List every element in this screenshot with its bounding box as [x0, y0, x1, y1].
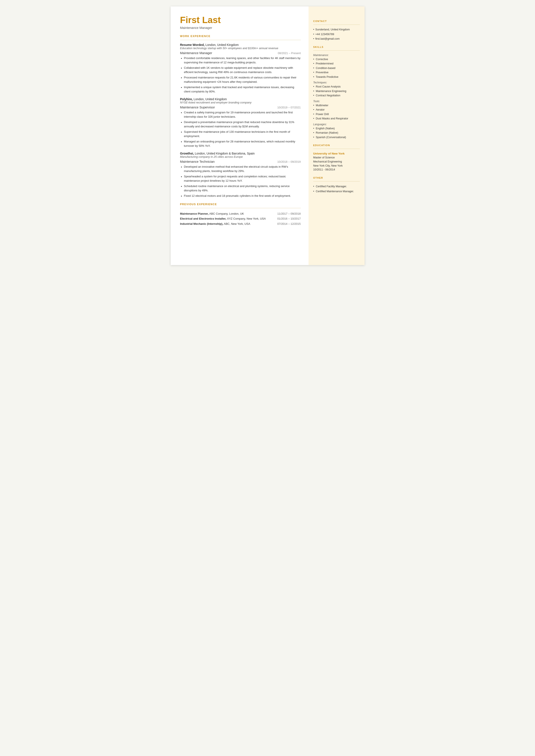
- company-desc-3: Manufacturing company in 25 cities acros…: [180, 155, 301, 158]
- candidate-name: First Last: [180, 15, 301, 25]
- company-desc-2: NYSE-listed recruitment and employer bra…: [180, 101, 301, 104]
- skill-spanish: Spanish (Conversational): [313, 136, 360, 139]
- contact-heading: CONTACT: [313, 20, 360, 22]
- skill-aerator: Aerator: [313, 108, 360, 112]
- skill-towards-predictive: Towards Predictive: [313, 75, 360, 79]
- prev-job-row-2: Electrical and Electronics Installer, XY…: [180, 216, 301, 221]
- edu-degree: Master of Science: [313, 155, 360, 160]
- edu-school: University of New York: [313, 152, 360, 155]
- job-block-2: Polyhire, London, United Kingdom NYSE-li…: [180, 98, 301, 148]
- skill-romanian: Romanian (Native): [313, 131, 360, 135]
- job-block-3: Growthsi, London, United Kingdom & Barce…: [180, 152, 301, 198]
- languages-skills-list: English (Native) Romanian (Native) Spani…: [313, 127, 360, 139]
- bullet-3-3: Scheduled routine maintenance on electri…: [180, 184, 301, 192]
- right-column: CONTACT Sunderland, United Kingdom +44 1…: [309, 7, 365, 265]
- skill-condition-based: Condition-based: [313, 66, 360, 70]
- prev-job-1-label: Maintenance Planner, ABC Company, London…: [180, 211, 269, 216]
- company-desc-1: Education technology startup with 50+ em…: [180, 46, 301, 50]
- contact-list: Sunderland, United Kingdom +44 123456789…: [313, 28, 360, 41]
- skill-multimeter: Multimeter: [313, 104, 360, 107]
- resume-page: First Last Maintenance Manager WORK EXPE…: [171, 7, 365, 265]
- bullet-2-1: Created a safety training program for 19…: [180, 110, 301, 119]
- prev-job-2-dates: 01/2016 – 10/2017: [269, 216, 301, 221]
- edu-field: Mechanical Engineering: [313, 160, 360, 164]
- skill-english: English (Native): [313, 127, 360, 130]
- bullet-1-3: Processed maintenance requests for 21.6K…: [180, 75, 301, 84]
- tools-skills-list: Multimeter Aerator Power Drill Dust Mask…: [313, 104, 360, 121]
- edu-dates: 10/2011 - 06/2014: [313, 168, 360, 172]
- job-bullets-1: Provided comfortable residences, learnin…: [180, 56, 301, 94]
- left-column: First Last Maintenance Manager WORK EXPE…: [171, 7, 309, 265]
- contact-email: first.last@gmail.com: [313, 37, 360, 41]
- prev-job-3-dates: 07/2014 – 12/2015: [269, 221, 301, 227]
- job-title-2: Maintenance Supervisor: [180, 105, 215, 109]
- previous-jobs-table: Maintenance Planner, ABC Company, London…: [180, 211, 301, 227]
- company-name-3: Growthsi, London, United Kingdom & Barce…: [180, 152, 301, 155]
- skill-dust-masks: Dust Masks and Respirator: [313, 117, 360, 121]
- job-header-1: Maintenance Manager 08/2021 – Present: [180, 51, 301, 55]
- contact-address: Sunderland, United Kingdom: [313, 28, 360, 32]
- job-dates-3: 10/2018 – 09/2019: [277, 160, 300, 163]
- job-header-3: Maintenance Technician 10/2018 – 09/2019: [180, 160, 301, 163]
- bullet-2-4: Managed an onboarding program for 28 mai…: [180, 139, 301, 148]
- skill-contract-negotiation: Contract Negotiation: [313, 94, 360, 98]
- work-experience-divider: [180, 40, 301, 40]
- previous-experience-divider: [180, 208, 301, 208]
- techniques-skills-list: Root Cause Analysis Maintenance Engineer…: [313, 85, 360, 98]
- tools-category: Tools:: [313, 100, 360, 103]
- job-title-1: Maintenance Manager: [180, 51, 212, 55]
- prev-job-3-label: Industrial Mechanic (Internship), ABC, N…: [180, 221, 269, 227]
- edu-location: New York City, New York: [313, 164, 360, 168]
- bullet-1-2: Collaborated with 1K vendors to update e…: [180, 66, 301, 74]
- skill-preventive: Preventive: [313, 71, 360, 74]
- other-list: Certified Facility Manager. Certified Ma…: [313, 184, 360, 193]
- job-dates-2: 10/2019 – 07/2021: [277, 106, 300, 109]
- prev-job-row-1: Maintenance Planner, ABC Company, London…: [180, 211, 301, 216]
- job-block-1: Resume Worded, London, United Kingdom Ed…: [180, 43, 301, 94]
- education-heading: EDUCATION: [313, 144, 360, 147]
- skill-power-drill: Power Drill: [313, 113, 360, 116]
- candidate-title: Maintenance Manager: [180, 26, 301, 30]
- education-block: University of New York Master of Science…: [313, 152, 360, 172]
- skill-predetermined: Predetermined: [313, 62, 360, 66]
- bullet-2-2: Developed a preventative maintenance pro…: [180, 120, 301, 128]
- job-bullets-2: Created a safety training program for 19…: [180, 110, 301, 148]
- work-experience-heading: WORK EXPERIENCE: [180, 35, 301, 38]
- bullet-1-4: Implemented a unique system that tracked…: [180, 85, 301, 94]
- bullet-3-4: Fixed 12 electrical motors and 18 pneuma…: [180, 194, 301, 198]
- company-name-1: Resume Worded, London, United Kingdom: [180, 43, 301, 46]
- job-title-3: Maintenance Technician: [180, 160, 215, 163]
- prev-job-row-3: Industrial Mechanic (Internship), ABC, N…: [180, 221, 301, 227]
- job-dates-1: 08/2021 – Present: [278, 51, 300, 55]
- job-header-2: Maintenance Supervisor 10/2019 – 07/2021: [180, 105, 301, 109]
- other-item-1: Certified Facility Manager.: [313, 184, 360, 188]
- job-bullets-3: Developed an innovative method that enha…: [180, 165, 301, 198]
- skill-corrective: Corrective: [313, 58, 360, 61]
- bullet-3-2: Spearheaded a system for project request…: [180, 174, 301, 183]
- other-item-2: Certified Maintenance Manager.: [313, 189, 360, 193]
- other-heading: OTHER: [313, 177, 360, 179]
- education-divider: [313, 149, 360, 149]
- previous-experience-heading: PREVIOUS EXPERIENCE: [180, 203, 301, 206]
- maintenance-skills-list: Corrective Predetermined Condition-based…: [313, 58, 360, 79]
- skills-heading: SKILLS: [313, 46, 360, 48]
- prev-job-2-label: Electrical and Electronics Installer, XY…: [180, 216, 269, 221]
- bullet-2-3: Supervised the maintenance jobs of 130 m…: [180, 130, 301, 138]
- bullet-1-1: Provided comfortable residences, learnin…: [180, 56, 301, 65]
- maintenance-category: Maintenance:: [313, 54, 360, 57]
- company-name-2: Polyhire, London, United Kingdom: [180, 98, 301, 101]
- contact-phone: +44 123456789: [313, 33, 360, 37]
- skill-root-cause: Root Cause Analysis: [313, 85, 360, 89]
- languages-category: Languages:: [313, 123, 360, 126]
- skill-maintenance-engineering: Maintenance Engineering: [313, 90, 360, 93]
- other-divider: [313, 181, 360, 182]
- techniques-category: Techniques:: [313, 81, 360, 84]
- skills-divider: [313, 50, 360, 51]
- prev-job-1-dates: 11/2017 – 09/2018: [269, 211, 301, 216]
- bullet-3-1: Developed an innovative method that enha…: [180, 165, 301, 173]
